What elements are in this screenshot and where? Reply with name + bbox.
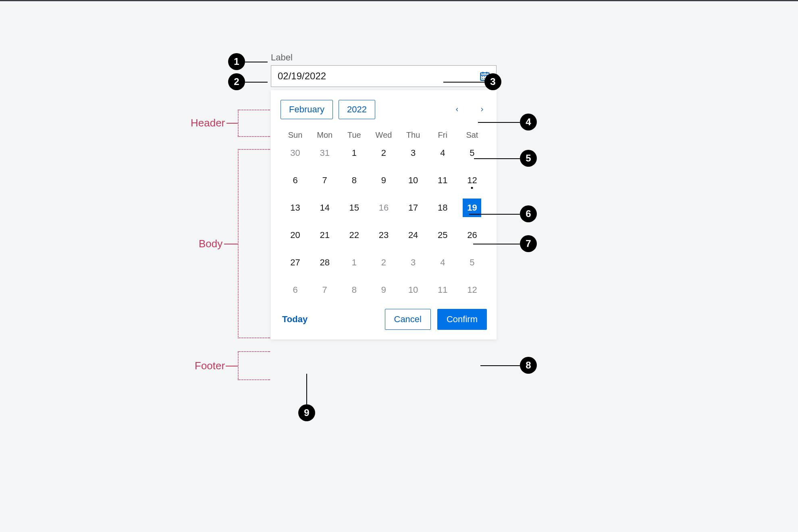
calendar-day[interactable]: 13 — [286, 199, 305, 217]
calendar-day[interactable]: 4 — [433, 253, 452, 272]
annotation-line — [306, 374, 307, 404]
calendar-day[interactable]: 24 — [404, 226, 422, 244]
weekday-label: Tue — [339, 130, 369, 140]
cancel-button[interactable]: Cancel — [385, 309, 431, 330]
date-input[interactable]: 02/19/2022 — [271, 65, 497, 87]
calendar-day[interactable]: 12 — [463, 281, 481, 299]
annotation-line — [473, 244, 520, 244]
calendar-day[interactable]: 11 — [433, 281, 452, 299]
calendar-day[interactable]: 18 — [433, 199, 452, 217]
calendar-day[interactable]: 6 — [286, 171, 305, 190]
weekday-label: Mon — [310, 130, 339, 140]
calendar-day[interactable]: 1 — [345, 253, 364, 272]
weekday-label: Wed — [369, 130, 398, 140]
annotation-badge-1: 1 — [228, 53, 245, 70]
today-button[interactable]: Today — [281, 314, 309, 325]
calendar-day[interactable]: 28 — [316, 253, 334, 272]
calendar-day[interactable]: 10 — [404, 171, 422, 190]
weekday-label: Fri — [428, 130, 457, 140]
calendar-day[interactable]: 15 — [345, 199, 364, 217]
annotation-badge-9: 9 — [298, 404, 315, 421]
region-bracket-body — [238, 149, 270, 338]
date-input-value: 02/19/2022 — [278, 70, 479, 82]
calendar-panel: February 2022 SunMonTueWedThuFriSat 3031… — [271, 90, 497, 339]
confirm-button[interactable]: Confirm — [437, 309, 487, 330]
calendar-day[interactable]: 23 — [374, 226, 393, 244]
annotation-badge-5: 5 — [520, 150, 537, 167]
region-line — [224, 244, 238, 244]
calendar-day[interactable]: 21 — [316, 226, 334, 244]
region-label-body: Body — [199, 238, 222, 250]
calendar-day[interactable]: 30 — [286, 144, 305, 162]
calendar-day[interactable]: 6 — [286, 281, 305, 299]
calendar-day[interactable]: 1 — [345, 144, 364, 162]
calendar-day[interactable]: 31 — [316, 144, 334, 162]
date-picker: Label 02/19/2022 February 2022 — [271, 52, 497, 339]
calendar-day[interactable]: 7 — [316, 281, 334, 299]
calendar-day[interactable]: 5 — [463, 253, 481, 272]
calendar-day[interactable]: 26 — [463, 226, 481, 244]
region-bracket-header — [238, 110, 270, 137]
calendar-day[interactable]: 8 — [345, 171, 364, 190]
annotation-line — [245, 82, 268, 83]
calendar-day[interactable]: 8 — [345, 281, 364, 299]
annotation-badge-4: 4 — [520, 114, 537, 130]
region-bracket-footer — [238, 351, 270, 380]
region-label-footer: Footer — [195, 360, 225, 372]
calendar-footer: Today Cancel Confirm — [281, 309, 487, 330]
calendar-day[interactable]: 22 — [345, 226, 364, 244]
calendar-day[interactable]: 3 — [404, 144, 422, 162]
calendar-day[interactable]: 17 — [404, 199, 422, 217]
calendar-day[interactable]: 10 — [404, 281, 422, 299]
calendar-day[interactable]: 25 — [433, 226, 452, 244]
annotation-line — [480, 365, 520, 366]
region-line — [226, 366, 238, 366]
calendar-day[interactable]: 2 — [374, 253, 393, 272]
weekday-row: SunMonTueWedThuFriSat — [281, 130, 487, 140]
calendar-day[interactable]: 3 — [404, 253, 422, 272]
calendar-day[interactable]: 2 — [374, 144, 393, 162]
annotation-line — [245, 62, 268, 62]
prev-month-button[interactable] — [452, 105, 462, 114]
annotation-line — [478, 122, 520, 123]
calendar-day[interactable]: 16 — [374, 199, 393, 217]
calendar-day[interactable]: 14 — [316, 199, 334, 217]
annotation-badge-3: 3 — [484, 73, 501, 90]
region-label-header: Header — [191, 117, 225, 129]
annotation-badge-7: 7 — [520, 235, 537, 252]
weekday-label: Sat — [457, 130, 487, 140]
weekday-label: Sun — [281, 130, 310, 140]
next-month-button[interactable] — [477, 105, 487, 114]
calendar-header: February 2022 — [281, 100, 487, 119]
calendar-day[interactable]: 11 — [433, 171, 452, 190]
year-select-button[interactable]: 2022 — [339, 100, 375, 119]
annotation-line — [469, 214, 520, 215]
region-line — [227, 123, 238, 124]
field-label: Label — [271, 52, 497, 63]
calendar-day[interactable]: 4 — [433, 144, 452, 162]
annotation-line — [474, 158, 520, 159]
calendar-day[interactable]: 20 — [286, 226, 305, 244]
annotation-badge-2: 2 — [228, 73, 245, 90]
calendar-day[interactable]: 27 — [286, 253, 305, 272]
calendar-day[interactable]: 9 — [374, 171, 393, 190]
annotation-badge-8: 8 — [520, 357, 537, 374]
calendar-day[interactable]: 5 — [463, 144, 481, 162]
calendar-day[interactable]: 7 — [316, 171, 334, 190]
calendar-day[interactable]: 9 — [374, 281, 393, 299]
annotation-line — [443, 82, 484, 83]
annotation-badge-6: 6 — [520, 205, 537, 222]
month-select-button[interactable]: February — [281, 100, 333, 119]
calendar-body: 3031123456789101112131415161718192021222… — [281, 144, 487, 299]
weekday-label: Thu — [399, 130, 428, 140]
calendar-day-today[interactable]: 12 — [463, 171, 481, 190]
